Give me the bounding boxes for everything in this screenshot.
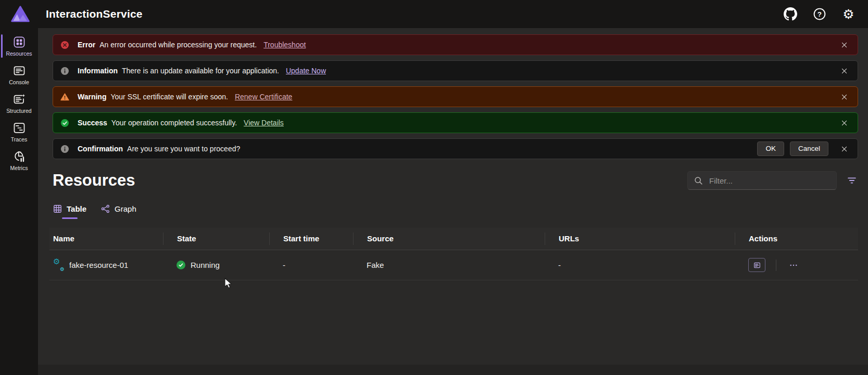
structured-logs-icon — [12, 93, 26, 106]
banner-title: Warning — [78, 93, 106, 101]
banner-error: Error An error occurred while processing… — [53, 34, 858, 55]
resource-start-time: - — [283, 261, 285, 269]
sidebar-item-label: Traces — [11, 136, 28, 143]
sidebar-nav: Resources Console Structured Traces Metr… — [0, 28, 38, 375]
view-tabs: Table Graph — [38, 190, 868, 223]
warning-icon — [60, 92, 70, 102]
banner-title: Information — [78, 67, 118, 75]
resources-table: Name State Start time Source URLs Action… — [49, 228, 858, 280]
resource-name: fake-resource-01 — [69, 261, 128, 269]
table-row[interactable]: ⚙⚙ fake-resource-01 Running - Fake - — [49, 250, 858, 280]
github-icon[interactable] — [783, 7, 797, 21]
table-grid-icon — [53, 204, 62, 214]
console-icon — [12, 64, 26, 77]
column-header-name: Name — [49, 232, 163, 245]
sidebar-item-label: Console — [9, 79, 29, 85]
sidebar-item-label: Metrics — [10, 165, 28, 171]
sidebar-item-metrics[interactable]: Metrics — [0, 146, 38, 175]
resource-state: Running — [191, 261, 220, 269]
tab-label: Table — [67, 204, 86, 213]
info-icon — [60, 144, 70, 154]
sidebar-item-resources[interactable]: Resources — [0, 32, 38, 60]
sidebar-item-label: Resources — [6, 50, 32, 57]
actions-divider — [776, 260, 776, 271]
sidebar-item-traces[interactable]: Traces — [0, 118, 38, 146]
view-details-link[interactable]: View Details — [244, 119, 284, 127]
banner-message: Your operation completed successfully. — [111, 119, 237, 127]
bottom-strip — [38, 365, 868, 375]
column-header-start-time: Start time — [269, 232, 353, 245]
graph-network-icon — [100, 204, 110, 214]
banner-title: Success — [78, 119, 107, 127]
table-header-row: Name State Start time Source URLs Action… — [49, 228, 858, 250]
close-icon[interactable] — [838, 117, 850, 129]
tab-table[interactable]: Table — [53, 204, 86, 223]
banner-success: Success Your operation completed success… — [53, 112, 858, 133]
top-bar: InteractionService ? ⚙ — [0, 0, 868, 28]
page-title: Resources — [53, 172, 135, 189]
console-logs-button[interactable] — [748, 258, 765, 272]
column-header-actions: Actions — [735, 232, 858, 245]
banner-confirmation: Confirmation Are you sure you want to pr… — [53, 138, 858, 159]
banner-message: An error occurred while processing your … — [99, 41, 257, 49]
filter-box — [687, 171, 837, 190]
settings-gear-icon[interactable]: ⚙ — [841, 7, 856, 21]
banner-message: Your SSL certificate will expire soon. — [110, 93, 228, 101]
column-header-urls: URLs — [545, 232, 735, 245]
renew-certificate-link[interactable]: Renew Certificate — [235, 93, 293, 101]
error-icon — [60, 40, 70, 50]
tab-graph[interactable]: Graph — [100, 204, 136, 223]
search-icon — [693, 175, 704, 186]
banner-warning: Warning Your SSL certificate will expire… — [53, 86, 858, 107]
close-icon[interactable] — [838, 64, 850, 77]
running-check-icon — [177, 261, 185, 269]
column-header-source: Source — [353, 232, 545, 245]
success-icon — [60, 118, 70, 128]
message-banners: Error An error occurred while processing… — [38, 28, 868, 159]
cancel-button[interactable]: Cancel — [790, 141, 828, 156]
close-icon[interactable] — [838, 38, 850, 51]
help-icon[interactable]: ? — [812, 7, 826, 21]
sidebar-item-console[interactable]: Console — [0, 60, 38, 89]
tab-label: Graph — [115, 204, 136, 213]
close-icon[interactable] — [838, 143, 850, 155]
resource-gears-icon: ⚙⚙ — [53, 260, 64, 270]
close-icon[interactable] — [838, 90, 850, 103]
resource-source: Fake — [367, 261, 384, 269]
aspire-logo-icon — [11, 6, 30, 22]
more-actions-button[interactable] — [787, 258, 800, 271]
resources-grid-icon — [12, 35, 26, 49]
ok-button[interactable]: OK — [757, 141, 784, 156]
banner-title: Confirmation — [78, 145, 123, 153]
app-title: InteractionService — [46, 8, 143, 20]
update-now-link[interactable]: Update Now — [286, 67, 326, 75]
banner-message: Are you sure you want to proceed? — [127, 145, 240, 153]
filter-input[interactable] — [708, 176, 831, 186]
sidebar-item-label: Structured — [6, 108, 31, 114]
filter-icon[interactable] — [845, 173, 859, 188]
svg-text:?: ? — [817, 10, 821, 18]
troubleshoot-link[interactable]: Troubleshoot — [263, 41, 306, 49]
banner-information: Information There is an update available… — [53, 60, 858, 81]
resource-urls: - — [558, 261, 561, 269]
column-header-state: State — [163, 232, 269, 245]
sidebar-item-structured[interactable]: Structured — [0, 89, 38, 118]
metrics-chart-icon — [12, 150, 26, 163]
banner-message: There is an update available for your ap… — [122, 67, 279, 75]
main-content: Error An error occurred while processing… — [38, 28, 868, 375]
banner-title: Error — [78, 41, 95, 49]
traces-gantt-icon — [12, 121, 26, 135]
info-icon — [60, 66, 70, 76]
